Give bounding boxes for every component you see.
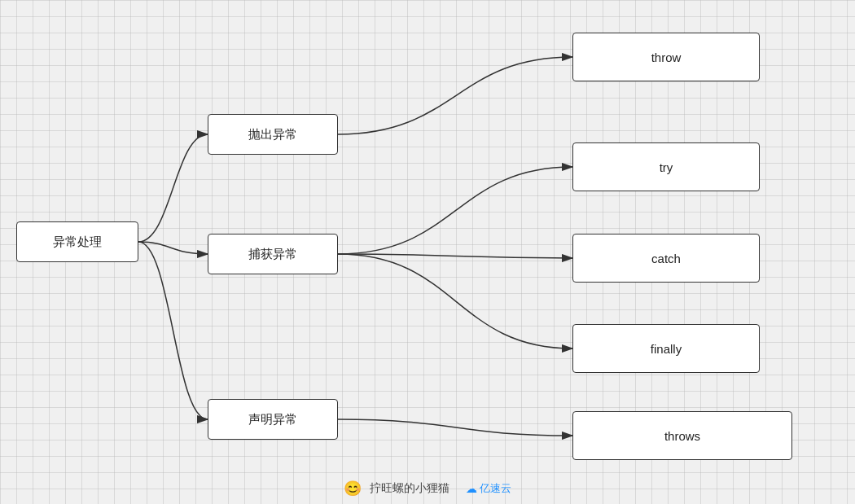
diagram: 异常处理 抛出异常 捕获异常 声明异常 throw try catch fina… bbox=[0, 0, 855, 504]
watermark-text: 拧旺螺的小狸猫 bbox=[370, 481, 449, 496]
watermark: 😊 拧旺螺的小狸猫 ☁ 亿速云 bbox=[0, 480, 855, 497]
node-shengmingyichang: 声明异常 bbox=[208, 399, 338, 440]
node-catch: catch bbox=[572, 234, 760, 283]
node-yichang-chuli: 异常处理 bbox=[16, 221, 138, 262]
node-throw: throw bbox=[572, 33, 760, 81]
node-bughuoyichang: 捕获异常 bbox=[208, 234, 338, 274]
node-finally: finally bbox=[572, 324, 760, 373]
node-paochuyichang: 抛出异常 bbox=[208, 114, 338, 155]
node-try: try bbox=[572, 142, 760, 191]
watermark-logo: 亿速云 bbox=[480, 481, 511, 496]
node-throws: throws bbox=[572, 411, 792, 460]
